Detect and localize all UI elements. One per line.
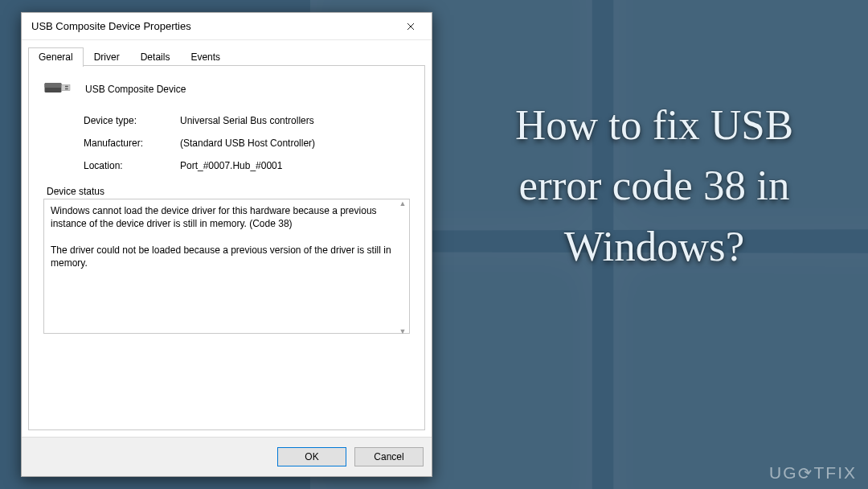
- value-manufacturer: (Standard USB Host Controller): [180, 138, 410, 149]
- ok-button[interactable]: OK: [277, 447, 346, 466]
- device-name: USB Composite Device: [85, 84, 186, 95]
- scroll-up-icon: ▲: [399, 199, 407, 208]
- tab-general[interactable]: General: [28, 47, 84, 67]
- watermark-logo: UG⟳TFIX: [769, 463, 857, 483]
- dialog-button-bar: OK Cancel: [22, 437, 432, 476]
- value-device-type: Universal Serial Bus controllers: [180, 115, 410, 126]
- svg-rect-3: [65, 86, 68, 88]
- device-properties-dialog: USB Composite Device Properties General …: [21, 12, 432, 477]
- window-title: USB Composite Device Properties: [31, 20, 393, 32]
- device-header: USB Composite Device: [43, 77, 410, 101]
- tab-panel-general: USB Composite Device Device type: Univer…: [28, 66, 425, 430]
- svg-rect-4: [65, 88, 68, 90]
- svg-rect-2: [62, 84, 71, 91]
- label-manufacturer: Manufacturer:: [84, 138, 180, 149]
- tab-events[interactable]: Events: [180, 47, 231, 67]
- label-location: Location:: [84, 160, 180, 171]
- titlebar: USB Composite Device Properties: [22, 13, 432, 40]
- tab-details[interactable]: Details: [130, 47, 181, 67]
- device-status-text[interactable]: [43, 199, 410, 334]
- device-info-grid: Device type: Universal Serial Bus contro…: [84, 115, 410, 171]
- value-location: Port_#0007.Hub_#0001: [180, 160, 410, 171]
- scrollbar[interactable]: ▲ ▼: [396, 199, 409, 335]
- scroll-down-icon: ▼: [399, 327, 407, 335]
- svg-rect-1: [45, 83, 62, 88]
- usb-device-icon: [43, 77, 72, 101]
- label-device-type: Device type:: [84, 115, 180, 126]
- status-label: Device status: [47, 186, 410, 197]
- article-headline: How to fix USB error code 38 in Windows?: [469, 95, 839, 277]
- close-button[interactable]: [393, 14, 428, 39]
- cancel-button[interactable]: Cancel: [354, 447, 424, 466]
- close-icon: [407, 23, 415, 31]
- tab-driver[interactable]: Driver: [84, 47, 130, 67]
- tab-strip: General Driver Details Events: [22, 40, 432, 66]
